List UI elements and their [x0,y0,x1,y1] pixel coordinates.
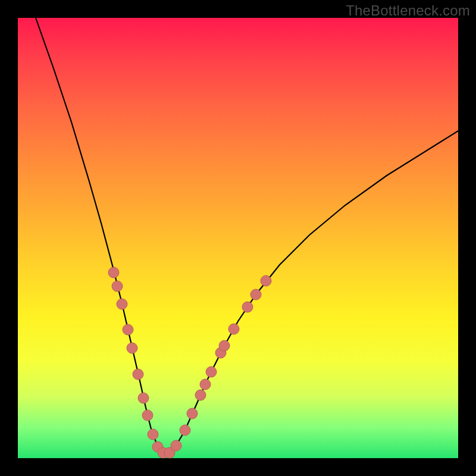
data-point [242,302,253,312]
data-point [187,408,198,419]
data-point [133,369,143,380]
plot-area [18,18,458,458]
chart-frame: TheBottleneck.com [0,0,476,476]
data-point [195,390,206,400]
data-point [112,281,123,292]
data-point [219,340,230,351]
data-point [108,267,119,278]
data-point [250,289,261,300]
data-point [127,343,137,353]
watermark-text: TheBottleneck.com [346,2,470,19]
data-point [142,410,153,421]
data-point [206,367,217,377]
data-point [148,429,158,440]
data-point [117,299,127,309]
data-point [261,275,271,286]
data-markers [108,267,271,458]
chart-svg [18,18,458,458]
data-point [171,440,181,451]
data-point [228,324,239,334]
data-point [200,379,211,390]
bottleneck-curve [36,18,458,453]
data-point [123,324,133,335]
data-point [138,393,149,403]
data-point [180,425,190,436]
